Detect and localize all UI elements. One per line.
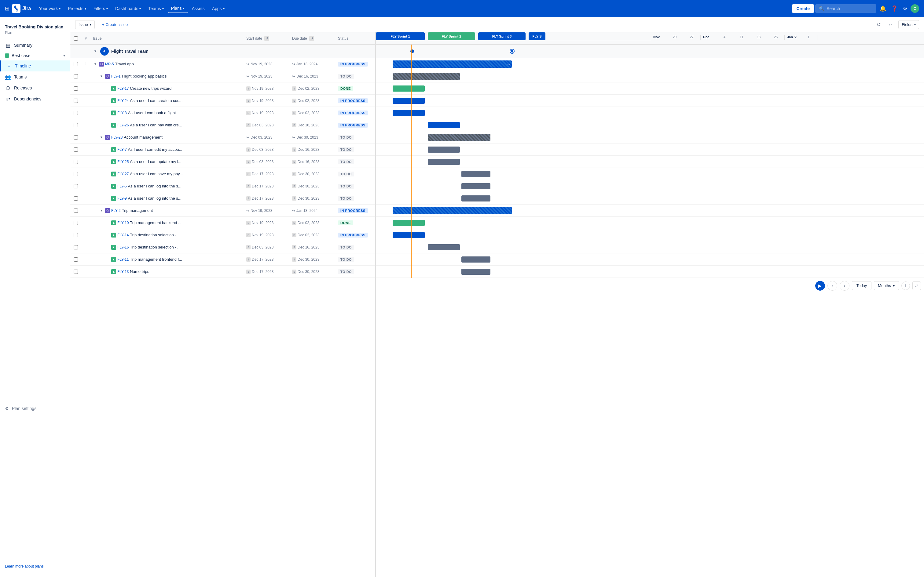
expand-row-button[interactable]: ▼ <box>99 208 104 213</box>
assets-link[interactable]: Assets <box>189 4 208 13</box>
issue-key[interactable]: FLY-8 <box>117 111 127 115</box>
your-work-menu[interactable]: Your work ▾ <box>36 4 63 13</box>
gantt-bar[interactable]: → <box>393 60 512 68</box>
dashboards-menu[interactable]: Dashboards ▾ <box>112 4 144 13</box>
issue-key[interactable]: FLY-11 <box>117 257 129 262</box>
plans-menu[interactable]: Plans ▾ <box>168 4 187 13</box>
row-checkbox[interactable] <box>74 257 78 262</box>
create-issue-button[interactable]: + Create issue <box>99 21 131 29</box>
months-dropdown[interactable]: Months ▾ <box>874 281 899 290</box>
issue-key[interactable]: FLY-7 <box>117 147 127 152</box>
gantt-bar[interactable] <box>461 183 490 189</box>
gantt-bar[interactable] <box>461 195 490 201</box>
expand-row-button[interactable]: ▼ <box>99 74 104 79</box>
refresh-icon[interactable]: ↺ <box>875 20 882 29</box>
teams-menu[interactable]: Teams ▾ <box>145 4 166 13</box>
expand-collapse-icon[interactable]: ↔ <box>886 20 895 29</box>
row-checkbox[interactable] <box>74 184 78 189</box>
sidebar-item-summary[interactable]: ▤ Summary <box>0 40 70 51</box>
issue-key[interactable]: FLY-16 <box>117 245 129 250</box>
jira-logo[interactable]: Jira <box>12 4 31 13</box>
row-checkbox[interactable] <box>74 245 78 250</box>
issue-key[interactable]: FLY-10 <box>117 221 129 225</box>
fields-dropdown-button[interactable]: Fields ▾ <box>898 20 919 29</box>
sidebar-item-teams[interactable]: 👥 Teams <box>0 71 70 82</box>
issue-dropdown-button[interactable]: Issue ▾ <box>75 20 95 29</box>
issue-key[interactable]: FLY-14 <box>117 233 129 237</box>
navigate-back-button[interactable]: ‹ <box>827 281 837 291</box>
row-status: IN PROGRESS <box>336 61 375 66</box>
gantt-bar[interactable] <box>461 256 490 263</box>
filters-menu[interactable]: Filters ▾ <box>90 4 111 13</box>
row-checkbox[interactable] <box>74 233 78 237</box>
row-checkbox[interactable] <box>74 208 78 213</box>
sidebar-item-dependencies[interactable]: ⇄ Dependencies <box>0 93 70 105</box>
row-checkbox[interactable] <box>74 98 78 103</box>
help-icon[interactable]: ❓ <box>889 3 900 14</box>
sidebar-item-releases[interactable]: ⬡ Releases <box>0 82 70 93</box>
issue-key[interactable]: FLY-9 <box>117 196 127 201</box>
issue-key[interactable]: FLY-1 <box>111 74 121 79</box>
gantt-bar[interactable] <box>393 85 425 92</box>
expand-row-button[interactable]: ▼ <box>99 135 104 140</box>
row-checkbox[interactable] <box>74 74 78 79</box>
gantt-bar[interactable]: → <box>393 207 512 214</box>
row-checkbox[interactable] <box>74 123 78 127</box>
info-button[interactable]: ℹ <box>901 282 910 290</box>
issue-key[interactable]: MP-5 <box>105 62 114 66</box>
gantt-bar[interactable] <box>393 232 425 238</box>
apps-menu[interactable]: Apps ▾ <box>209 4 228 13</box>
row-checkbox[interactable] <box>74 172 78 176</box>
notifications-icon[interactable]: 🔔 <box>877 3 888 14</box>
row-checkbox[interactable] <box>74 196 78 201</box>
gantt-bar[interactable] <box>393 110 425 116</box>
projects-menu[interactable]: Projects ▾ <box>65 4 89 13</box>
issue-key[interactable]: FLY-26 <box>117 123 129 127</box>
gantt-bar[interactable] <box>393 220 425 226</box>
gantt-bar[interactable] <box>461 171 490 177</box>
learn-more-link[interactable]: Learn more about plans <box>0 561 70 572</box>
issue-key[interactable]: FLY-13 <box>117 269 129 274</box>
gantt-bar[interactable] <box>428 134 490 141</box>
row-checkbox[interactable] <box>74 147 78 152</box>
navigate-to-current-button[interactable]: ▶ <box>815 281 825 291</box>
gantt-bar[interactable] <box>428 122 460 128</box>
sidebar-item-plan-settings[interactable]: ⚙ Plan settings <box>0 404 70 413</box>
issue-key[interactable]: FLY-6 <box>117 184 127 189</box>
sprint-icon: S <box>292 160 296 164</box>
status-badge: TO DO <box>338 245 354 250</box>
row-checkbox[interactable] <box>74 221 78 225</box>
row-checkbox[interactable] <box>74 111 78 115</box>
gantt-bar[interactable] <box>428 159 460 165</box>
gantt-bar[interactable] <box>393 73 460 80</box>
issue-key[interactable]: FLY-27 <box>117 172 129 176</box>
sidebar-item-timeline[interactable]: ≡ Timeline <box>0 60 70 71</box>
gantt-bar[interactable] <box>393 98 425 104</box>
issue-key[interactable]: FLY-2 <box>111 208 121 213</box>
gantt-bar[interactable] <box>428 244 460 250</box>
select-all-checkbox[interactable] <box>74 36 78 40</box>
sidebar-item-best-case[interactable]: Best case ▾ <box>0 51 70 60</box>
settings-icon[interactable]: ⚙ <box>901 3 909 14</box>
expand-row-button[interactable]: ▼ <box>93 62 98 66</box>
row-checkbox[interactable] <box>74 62 78 66</box>
issue-key[interactable]: FLY-17 <box>117 86 129 91</box>
navigate-forward-button[interactable]: › <box>840 281 850 291</box>
row-checkbox[interactable] <box>74 160 78 164</box>
search-button[interactable]: 🔍 Search <box>815 4 876 13</box>
row-checkbox[interactable] <box>74 269 78 274</box>
today-button[interactable]: Today <box>852 281 872 290</box>
group-expand-button[interactable]: ▼ <box>93 49 98 54</box>
issue-key[interactable]: FLY-25 <box>117 160 129 164</box>
grid-icon[interactable]: ⊞ <box>5 5 10 12</box>
row-checkbox[interactable] <box>74 135 78 140</box>
issue-key[interactable]: FLY-24 <box>117 98 129 103</box>
user-avatar[interactable]: C <box>911 4 919 13</box>
gantt-bar[interactable] <box>461 269 490 275</box>
row-checkbox[interactable] <box>74 86 78 91</box>
issue-key[interactable]: FLY-28 <box>111 135 123 140</box>
expand-view-button[interactable]: ⤢ <box>913 282 921 290</box>
create-button[interactable]: Create <box>792 4 814 13</box>
gantt-bar[interactable] <box>428 147 460 153</box>
sprint-icon: S <box>292 233 296 237</box>
